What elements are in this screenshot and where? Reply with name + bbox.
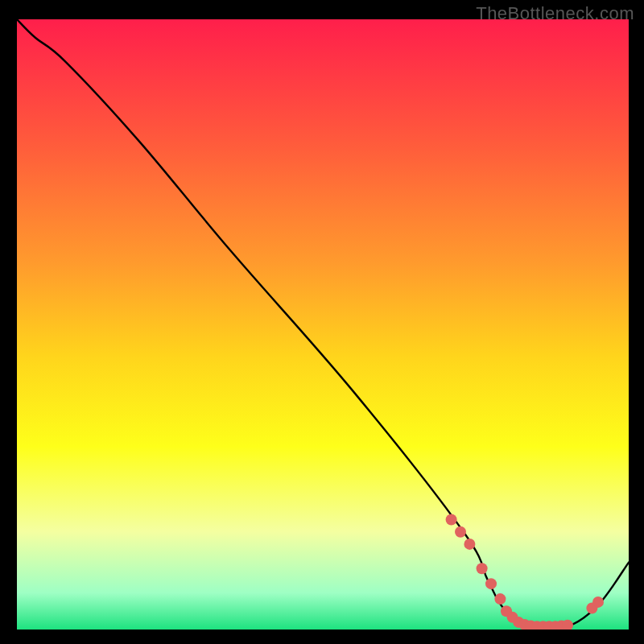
plot-svg (17, 19, 629, 630)
data-point (464, 539, 475, 550)
plot-area (17, 19, 629, 630)
data-point (477, 563, 488, 574)
data-point (485, 578, 497, 589)
attribution-label: TheBottleneck.com (476, 3, 634, 24)
data-point (455, 526, 466, 538)
gradient-background (17, 19, 629, 630)
data-point (494, 593, 506, 605)
chart-frame: TheBottleneck.com (0, 0, 644, 644)
data-point (592, 597, 604, 608)
data-point (446, 514, 457, 526)
